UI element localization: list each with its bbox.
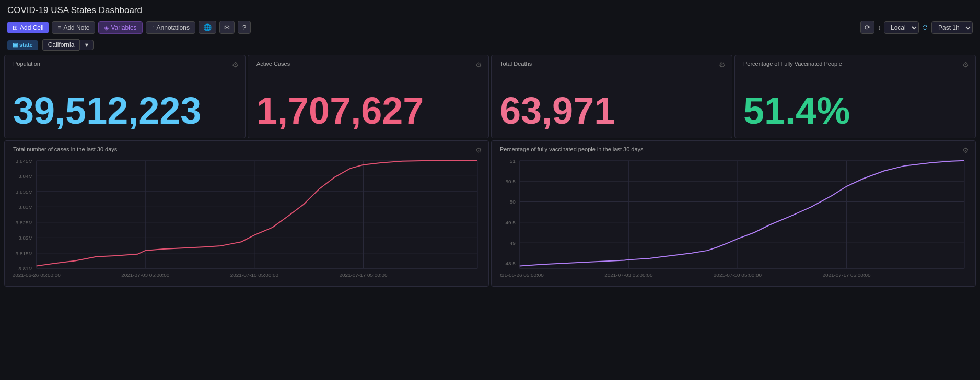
svg-text:3.83M: 3.83M — [18, 204, 33, 210]
svg-text:3.835M: 3.835M — [16, 189, 33, 195]
stats-row: Population ⚙ 39,512,223 Active Cases ⚙ 1… — [4, 55, 976, 138]
state-dropdown[interactable]: California ▼ — [42, 39, 94, 51]
header: COVID-19 USA States Dashboard — [0, 0, 980, 19]
state-tag: ▣ state — [7, 40, 38, 50]
page-title: COVID-19 USA States Dashboard — [7, 5, 142, 16]
vaccination-chart-svg: 51 50.5 50 49.5 49 48.5 — [500, 156, 967, 279]
population-value: 39,512,223 — [13, 92, 237, 129]
variables-button[interactable]: ◈ Variables — [98, 21, 142, 34]
svg-text:2021-07-17 05:00:00: 2021-07-17 05:00:00 — [822, 272, 871, 278]
svg-text:3.845M: 3.845M — [16, 158, 33, 164]
add-cell-button[interactable]: ⊞ Add Cell — [7, 22, 49, 33]
total-deaths-settings-icon[interactable]: ⚙ — [719, 61, 726, 69]
sort-icon: ↕ — [878, 24, 881, 31]
population-label: Population — [13, 61, 237, 67]
toolbar-right: ⟳ ↕ Local ⏱ Past 1h — [860, 21, 973, 34]
variables-icon: ◈ — [104, 24, 109, 31]
svg-text:3.82M: 3.82M — [18, 235, 33, 241]
cases-chart-settings-icon[interactable]: ⚙ — [475, 146, 482, 155]
note-icon: ≡ — [57, 24, 61, 31]
cases-chart-title: Total number of cases in the last 30 day… — [13, 146, 480, 152]
population-card: Population ⚙ 39,512,223 — [4, 55, 246, 138]
toolbar: ⊞ Add Cell ≡ Add Note ◈ Variables ↑ Anno… — [0, 19, 980, 37]
svg-text:51: 51 — [510, 158, 516, 164]
svg-text:2021-07-10 05:00:00: 2021-07-10 05:00:00 — [230, 272, 279, 278]
active-cases-card: Active Cases ⚙ 1,707,627 — [248, 55, 489, 138]
state-dropdown-value: California — [42, 39, 80, 51]
vaccination-chart-settings-icon[interactable]: ⚙ — [962, 146, 969, 155]
cases-chart-card: Total number of cases in the last 30 day… — [4, 140, 489, 287]
time-range-select[interactable]: Past 1h — [931, 21, 973, 34]
vaccination-chart-title: Percentage of fully vaccinated people in… — [500, 146, 967, 152]
total-deaths-card: Total Deaths ⚙ 63,971 — [491, 55, 732, 138]
tag-icon: ▣ — [13, 42, 18, 49]
svg-text:3.825M: 3.825M — [16, 220, 33, 225]
population-settings-icon[interactable]: ⚙ — [232, 61, 239, 69]
cases-chart-svg: 3.845M 3.84M 3.835M 3.83M 3.825M 3.82M 3… — [13, 156, 480, 279]
vaccinated-card: Percentage of Fully Vaccinated People ⚙ … — [734, 55, 976, 138]
timezone-select[interactable]: Local — [884, 21, 919, 34]
add-cell-icon: ⊞ — [13, 24, 18, 31]
svg-text:50: 50 — [510, 199, 516, 205]
svg-text:2021-06-26 05:00:00: 2021-06-26 05:00:00 — [13, 272, 61, 278]
svg-text:2021-06-26 05:00:00: 2021-06-26 05:00:00 — [500, 272, 544, 278]
variable-row: ▣ state California ▼ — [0, 37, 980, 55]
total-deaths-value: 63,971 — [500, 92, 724, 129]
refresh-button[interactable]: ⟳ — [860, 21, 874, 34]
svg-text:2021-07-03 05:00:00: 2021-07-03 05:00:00 — [121, 272, 170, 278]
svg-text:2021-07-17 05:00:00: 2021-07-17 05:00:00 — [339, 272, 388, 278]
flag-button[interactable]: ✉ — [219, 21, 235, 34]
vaccinated-value: 51.4% — [743, 92, 967, 129]
svg-text:49: 49 — [510, 240, 516, 246]
total-deaths-label: Total Deaths — [500, 61, 724, 67]
active-cases-label: Active Cases — [256, 61, 480, 67]
active-cases-settings-icon[interactable]: ⚙ — [475, 61, 482, 69]
annotations-button[interactable]: ↑ Annotations — [146, 21, 195, 34]
svg-text:2021-07-10 05:00:00: 2021-07-10 05:00:00 — [714, 272, 762, 278]
active-cases-value: 1,707,627 — [256, 92, 480, 129]
charts-row: Total number of cases in the last 30 day… — [4, 140, 976, 287]
clock-icon: ⏱ — [922, 24, 928, 31]
svg-text:50.5: 50.5 — [505, 179, 516, 184]
dropdown-arrow-icon[interactable]: ▼ — [79, 40, 94, 50]
dashboard: Population ⚙ 39,512,223 Active Cases ⚙ 1… — [0, 55, 980, 287]
svg-text:48.5: 48.5 — [505, 260, 516, 266]
svg-text:3.815M: 3.815M — [16, 251, 33, 256]
vaccination-chart-card: Percentage of fully vaccinated people in… — [491, 140, 976, 287]
add-note-button[interactable]: ≡ Add Note — [52, 21, 95, 34]
vaccination-chart-area: 51 50.5 50 49.5 49 48.5 — [500, 156, 967, 279]
globe-button[interactable]: 🌐 — [199, 21, 216, 34]
svg-text:2021-07-03 05:00:00: 2021-07-03 05:00:00 — [604, 272, 653, 278]
annotations-icon: ↑ — [151, 24, 155, 31]
vaccinated-label: Percentage of Fully Vaccinated People — [743, 61, 967, 67]
svg-text:3.84M: 3.84M — [18, 173, 33, 179]
help-button[interactable]: ? — [238, 21, 251, 34]
svg-text:49.5: 49.5 — [505, 220, 516, 225]
svg-text:3.81M: 3.81M — [18, 266, 33, 271]
cases-chart-area: 3.845M 3.84M 3.835M 3.83M 3.825M 3.82M 3… — [13, 156, 480, 279]
vaccinated-settings-icon[interactable]: ⚙ — [962, 61, 969, 69]
